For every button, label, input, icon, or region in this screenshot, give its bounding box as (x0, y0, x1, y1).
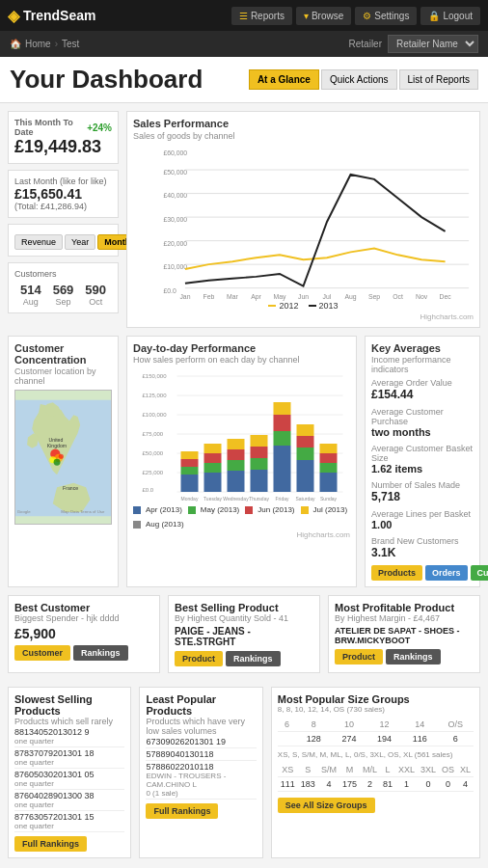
profitable-product-btn[interactable]: Product (335, 649, 383, 665)
customers-btn[interactable]: Customers (471, 565, 488, 581)
svg-text:Google: Google (17, 509, 31, 514)
size-groups-title: Most Popular Size Groups (278, 693, 474, 705)
size-note-1: 8, 8, 10, 12, 14, OS (730 sales) (278, 705, 474, 714)
svg-rect-56 (181, 459, 199, 467)
svg-text:Kingdom: Kingdom (47, 443, 67, 448)
slowest-full-rankings-btn[interactable]: Full Rankings (14, 836, 87, 852)
svg-text:£100,000: £100,000 (143, 412, 168, 418)
slowest-title: Slowest Selling Products (14, 693, 124, 717)
best-product-btn[interactable]: Product (175, 651, 223, 666)
orders-btn[interactable]: Orders (425, 565, 468, 581)
svg-rect-55 (181, 467, 199, 475)
legend-2013: 2013 (309, 301, 339, 311)
key-averages-box: Key Averages Income performance indicato… (365, 336, 480, 587)
most-profitable-product: ATELIER DE SAPAT - SHOES - BRW.MICKYBOOT (335, 626, 474, 645)
svg-rect-74 (297, 460, 314, 492)
best-selling-meta: By Highest Quantity Sold - 41 (175, 613, 313, 623)
size-cell: 175 (339, 777, 360, 792)
retailer-select[interactable]: Retailer Name (388, 35, 478, 53)
day-perf-legend: Apr (2013) May (2013) Jun (2013) Jul (20… (133, 505, 350, 529)
rankings-row: Slowest Selling Products Products which … (8, 687, 480, 864)
size-groups-box: Most Popular Size Groups 8, 8, 10, 12, 1… (271, 687, 480, 858)
sales-chart-legend: 2012 2013 (133, 301, 474, 311)
profitable-rankings-btn[interactable]: Rankings (386, 649, 441, 665)
breadcrumb-home[interactable]: Home (25, 39, 51, 49)
svg-text:Jun: Jun (298, 293, 309, 300)
tab-list-of-reports[interactable]: List of Reports (399, 69, 478, 90)
customer-btn[interactable]: Customer (14, 645, 70, 661)
size-header: XL (457, 763, 474, 777)
avg-customer-purchase: Average Customer Purchase two months (371, 407, 474, 438)
page-title: Your Dashboard (10, 65, 203, 95)
svg-rect-79 (320, 463, 338, 473)
svg-text:Monday: Monday (181, 496, 199, 502)
customers-label: Customers (14, 269, 112, 279)
svg-text:£50,000: £50,000 (143, 450, 164, 456)
day-perf-credit: Highcharts.com (133, 530, 350, 539)
svg-rect-58 (204, 473, 222, 492)
size-cell: 81 (380, 777, 395, 792)
size-cell: 274 (332, 732, 367, 746)
least-popular-subtitle: Products which have very low sales volum… (146, 717, 256, 736)
revenue-btn[interactable]: Revenue (14, 234, 63, 250)
size-cell: 116 (402, 732, 438, 746)
customers-box: Customers 514 Aug 569 Sep 590 Oct (8, 262, 119, 313)
brand-new-customers: Brand New Customers 3.1K (371, 536, 474, 559)
list-item: 87837079201301 18 one quarter (14, 747, 124, 769)
most-profitable-box: Most Profitable Product By Highest Margi… (328, 595, 480, 673)
best-rankings-btn[interactable]: Rankings (226, 651, 281, 666)
see-all-size-groups-btn[interactable]: See All Size Groups (278, 798, 375, 813)
avg-lines-basket: Average Lines per Basket 1.00 (371, 509, 474, 530)
svg-text:Aug: Aug (344, 293, 356, 301)
svg-text:£30,000: £30,000 (163, 216, 187, 223)
top-stats-row: This Month To Date +24% £19,449.83 Last … (8, 111, 480, 328)
tab-quick-actions[interactable]: Quick Actions (321, 69, 397, 90)
legend-aug: Aug (2013) (133, 520, 184, 529)
customer-oct: 590 Oct (79, 283, 112, 307)
top-navigation: ◈ TrendSeam ☰Reports ▾Browse ⚙Settings 🔒… (0, 0, 488, 31)
slowest-list: 88134052013012 9 one quarter 87837079201… (14, 726, 124, 832)
slowest-products-box: Slowest Selling Products Products which … (8, 687, 131, 858)
tab-at-a-glance[interactable]: At a Glance (249, 69, 319, 90)
key-avgs-buttons: Products Orders Customers (371, 565, 474, 581)
size-header: 10 (332, 718, 367, 732)
best-customer-box: Best Customer Biggest Spender - hjk dddd… (8, 595, 160, 673)
size-cell (278, 732, 296, 746)
svg-rect-61 (204, 444, 222, 453)
svg-rect-81 (320, 444, 338, 453)
svg-rect-64 (228, 449, 245, 460)
dashboard-header: Your Dashboard At a Glance Quick Actions… (0, 57, 488, 103)
breadcrumb-current: Test (62, 39, 79, 49)
best-customer-value: £5,900 (14, 626, 153, 641)
chart-credit: Highcharts.com (133, 312, 474, 321)
svg-text:France: France (63, 485, 78, 491)
products-btn[interactable]: Products (371, 565, 422, 581)
legend-apr: Apr (2013) (133, 505, 182, 514)
settings-button[interactable]: ⚙Settings (355, 7, 417, 25)
svg-text:£125,000: £125,000 (143, 393, 168, 398)
logo-text: TrendSeam (23, 8, 95, 23)
svg-rect-69 (251, 435, 268, 447)
svg-text:Sep: Sep (368, 293, 380, 301)
svg-text:£10,000: £10,000 (163, 263, 187, 270)
customer-aug: 514 Aug (14, 283, 47, 307)
customer-rankings-btn[interactable]: Rankings (73, 645, 128, 661)
size-header: L (380, 763, 395, 777)
size-header: M/L (360, 763, 380, 777)
map-area[interactable]: United Kingdom France Google Map Data Te… (14, 390, 112, 525)
least-popular-full-rankings-btn[interactable]: Full Rankings (146, 803, 218, 819)
svg-text:Sunday: Sunday (320, 496, 337, 502)
year-btn[interactable]: Year (65, 234, 95, 250)
key-avgs-title: Key Averages (371, 342, 474, 354)
browse-button[interactable]: ▾Browse (296, 7, 351, 25)
reports-button[interactable]: ☰Reports (231, 7, 292, 25)
size-header: OS (439, 763, 457, 777)
svg-text:£25,000: £25,000 (143, 470, 164, 475)
svg-rect-62 (228, 471, 245, 492)
logout-button[interactable]: 🔒Logout (420, 7, 480, 25)
size-cell: 0 (418, 777, 439, 792)
day-perf-title: Day-to-day Performance (133, 342, 350, 354)
svg-text:United: United (48, 437, 63, 443)
svg-point-34 (54, 459, 61, 466)
last-month-label: Last Month (like for like) (14, 176, 112, 186)
